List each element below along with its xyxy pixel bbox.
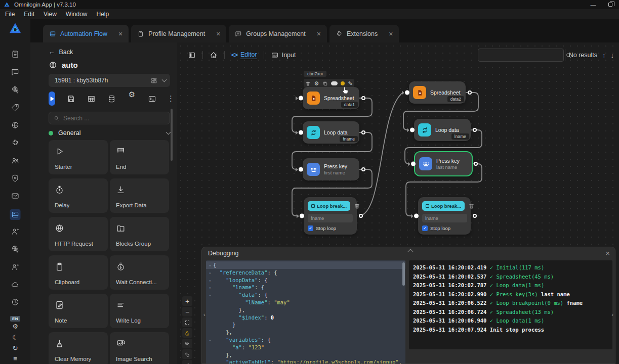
- close-debug-icon[interactable]: ×: [605, 249, 610, 257]
- input-port[interactable]: [411, 214, 419, 218]
- next-result-button[interactable]: ↓: [611, 52, 614, 59]
- zoom-out-button[interactable]: −: [182, 307, 192, 316]
- home-button[interactable]: [210, 51, 218, 59]
- menu-window[interactable]: Window: [66, 11, 88, 18]
- block-blocks-group[interactable]: Blocks Group: [110, 217, 169, 251]
- json-line[interactable]: "$index": 0: [206, 314, 405, 322]
- section-general[interactable]: General: [49, 129, 170, 136]
- sidebar-item-browser[interactable]: [11, 121, 20, 129]
- collapse-icon[interactable]: ⌄: [207, 284, 213, 291]
- sidebar-item-notes[interactable]: [11, 50, 20, 59]
- data-button[interactable]: [107, 95, 116, 103]
- block-http-request[interactable]: HTTP Request: [49, 217, 108, 251]
- zoom-in-button[interactable]: +: [182, 296, 192, 306]
- block-image-search[interactable]: Image Search: [110, 332, 169, 364]
- sidebar-item-proxy[interactable]: [11, 85, 20, 94]
- block-note[interactable]: Note: [49, 294, 108, 328]
- tab-groups-management[interactable]: Groups Management×: [229, 25, 327, 42]
- canvas-search-input[interactable]: [478, 49, 565, 61]
- tab-extensions[interactable]: Extensions×: [329, 25, 399, 42]
- json-line[interactable]: "activeTabUrl": "https://profile.w3schoo…: [206, 358, 405, 363]
- json-line[interactable]: ⌄ "data": {: [206, 291, 405, 299]
- tab-input[interactable]: Input: [271, 51, 296, 59]
- menu-edit[interactable]: Edit: [24, 11, 34, 18]
- sidebar-item-tags[interactable]: [11, 103, 20, 112]
- sidebar-item-security[interactable]: [11, 174, 20, 183]
- json-scrollbar[interactable]: [402, 262, 405, 286]
- sidebar-item-schedule[interactable]: [11, 298, 20, 306]
- input-port[interactable]: [296, 130, 303, 135]
- collapse-icon[interactable]: ⌄: [207, 277, 213, 284]
- duplicate-icon[interactable]: [322, 81, 328, 86]
- input-port[interactable]: [296, 96, 303, 101]
- debug-log[interactable]: 2025-05-31 16:20:02.419 ✓ Initial(117 ms…: [409, 260, 612, 349]
- menu-file[interactable]: File: [5, 11, 15, 18]
- profile-select[interactable]: 15981 : kby53tb87h: [49, 74, 170, 87]
- delete-node-button[interactable]: [468, 203, 475, 209]
- collapse-icon[interactable]: ⌄: [207, 269, 213, 277]
- loop-break-button[interactable]: Loop break...: [308, 201, 350, 211]
- input-port[interactable]: [408, 162, 416, 166]
- node-loop-break-2[interactable]: Loop break... ✓ Stop loop: [418, 197, 471, 235]
- debug-json-viewer[interactable]: ⌄{⌄ "referenceData": {⌄ "loopData": {⌄ "…: [206, 260, 405, 363]
- block-end[interactable]: End: [110, 140, 169, 174]
- collapse-up-icon[interactable]: [407, 249, 413, 254]
- sidebar-item-team[interactable]: [11, 156, 20, 165]
- sidebar-item-member-add[interactable]: [11, 262, 20, 271]
- block-starter[interactable]: Starter: [49, 140, 108, 174]
- block-wait-connecti-[interactable]: Wait Connecti...: [110, 255, 169, 290]
- json-line[interactable]: },: [206, 351, 405, 359]
- lock-button[interactable]: [182, 328, 192, 338]
- node-loop-break-1[interactable]: Loop break... ✓ Stop loop: [304, 197, 357, 235]
- close-tab-icon[interactable]: ×: [209, 30, 220, 37]
- node-loop-data-2[interactable]: Loop data lname: [414, 119, 471, 141]
- block-clear-memory[interactable]: Clear Memory: [49, 332, 108, 364]
- json-line[interactable]: "a": "123": [206, 344, 405, 351]
- sidebar-item-user-add[interactable]: [11, 227, 20, 236]
- settings-button[interactable]: ⚙: [128, 90, 136, 108]
- stop-loop-option[interactable]: ✓ Stop loop: [422, 225, 467, 231]
- output-port[interactable]: [474, 162, 478, 166]
- more-icon[interactable]: ≡: [13, 355, 17, 362]
- node-spreadsheet-1[interactable]: Spreadsheet data1: [303, 87, 359, 109]
- maximize-button[interactable]: [602, 0, 619, 9]
- console-button[interactable]: [148, 95, 156, 103]
- delete-icon[interactable]: [305, 81, 311, 86]
- sidebar-item-messages[interactable]: [11, 68, 20, 76]
- block-write-log[interactable]: Write Log: [110, 294, 169, 328]
- collapse-icon[interactable]: ⌄: [207, 261, 213, 269]
- prev-result-button[interactable]: ↑: [602, 52, 606, 59]
- close-tab-icon[interactable]: ×: [310, 30, 321, 37]
- loop-break-button[interactable]: Loop break...: [422, 201, 465, 211]
- close-tab-icon[interactable]: ×: [382, 30, 393, 37]
- json-line[interactable]: "lName": "may": [206, 299, 405, 306]
- sidebar-item-proxy-lock[interactable]: [11, 245, 20, 253]
- input-port[interactable]: [297, 214, 304, 218]
- minimize-button[interactable]: —: [585, 0, 602, 9]
- tab-profile-management[interactable]: Profile Management×: [131, 25, 226, 42]
- theme-icon[interactable]: ☾: [12, 334, 18, 341]
- toggle-panel-button[interactable]: [188, 51, 196, 59]
- json-line[interactable]: ⌄ "loopData": {: [206, 277, 405, 284]
- debug-header[interactable]: Debugging ×: [202, 247, 615, 259]
- node-press-key-2-selected[interactable]: Press key last name: [415, 152, 472, 175]
- tab-automation-flow[interactable]: Automation Flow×: [43, 25, 129, 42]
- output-port[interactable]: [359, 214, 363, 218]
- table-button[interactable]: [87, 95, 96, 103]
- json-line[interactable]: ⌄ "variables": {: [206, 336, 405, 344]
- output-port[interactable]: [361, 167, 365, 171]
- loop-name-input[interactable]: [422, 214, 467, 222]
- tab-editor[interactable]: <> Editor: [231, 51, 257, 59]
- node-settings-icon[interactable]: ⚙: [314, 81, 319, 86]
- menu-view[interactable]: View: [44, 11, 57, 18]
- output-port[interactable]: [361, 96, 365, 100]
- json-line[interactable]: ⌄ "referenceData": {: [206, 269, 405, 277]
- more-menu-button[interactable]: ⋮: [167, 94, 175, 103]
- json-line[interactable]: ⌄ "lname": {: [206, 284, 405, 291]
- output-port[interactable]: [468, 90, 472, 95]
- fit-view-button[interactable]: [182, 317, 192, 327]
- sidebar-item-cloud[interactable]: [11, 280, 20, 289]
- toggle-enabled-icon[interactable]: [331, 81, 338, 85]
- output-port[interactable]: [361, 130, 365, 134]
- sync-icon[interactable]: ↻: [13, 344, 18, 352]
